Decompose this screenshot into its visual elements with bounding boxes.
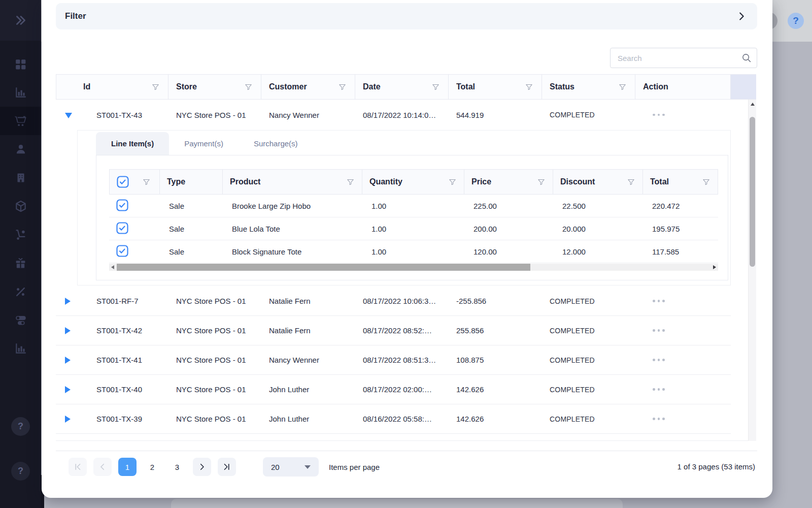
filter-funnel-icon[interactable] [346,178,355,186]
expand-row-toggle[interactable] [65,327,72,334]
table-row[interactable]: ST001-TX-39 NYC Store POS - 01 John Luth… [56,404,731,434]
column-label: Price [471,177,491,186]
row-total: 255.856 [449,326,542,335]
sidebar-help-button-secondary[interactable]: ? [11,462,30,481]
filter-funnel-icon[interactable] [448,178,457,186]
expand-row-toggle[interactable] [65,298,72,304]
first-page-button[interactable] [69,458,87,476]
row-actions-button[interactable] [635,329,731,332]
table-row[interactable]: ST001-TX-41 NYC Store POS - 01 Nancy Wen… [56,345,731,375]
column-label: Total [650,177,669,186]
horizontal-scrollbar[interactable] [109,264,718,271]
row-checkbox[interactable] [116,222,128,234]
sidebar-item-customers[interactable] [0,135,41,164]
filter-funnel-icon[interactable] [702,178,710,186]
row-checkbox[interactable] [116,199,128,211]
filter-title: Filter [65,11,86,21]
filter-funnel-icon[interactable] [618,83,627,91]
column-header-quantity: Quantity [362,169,464,195]
column-header-status: Status [542,74,635,100]
sidebar-item-sales[interactable] [0,107,41,135]
table-row[interactable]: ST001-RF-7 NYC Store POS - 01 Natalie Fe… [56,287,731,316]
search-box [610,48,757,68]
person-icon [14,143,27,156]
row-date: 08/17/2022 10:06:3… [355,297,449,305]
expand-row-toggle[interactable] [65,416,72,422]
sidebar-item-discounts[interactable] [0,277,41,306]
vertical-scrollbar[interactable] [748,100,756,441]
row-date: 08/17/2022 02:00:… [355,385,449,394]
help-button[interactable]: ? [788,13,804,29]
search-icon[interactable] [741,52,752,64]
row-id: ST001-TX-39 [96,415,142,423]
row-actions-button[interactable] [635,359,731,361]
search-input[interactable] [610,48,757,68]
bar-chart-icon [14,342,27,355]
filter-bar[interactable]: Filter [56,3,757,29]
page-button-3[interactable]: 3 [168,458,186,476]
filter-funnel-icon[interactable] [244,83,253,91]
previous-page-button[interactable] [93,458,112,476]
sidebar-item-products[interactable] [0,192,41,220]
scrollbar-thumb[interactable] [117,264,530,271]
sidebar-help-button[interactable]: ? [11,417,30,436]
sidebar-item-settings[interactable] [0,306,41,334]
dimmed-bottom-sheet [171,499,623,508]
column-label: Id [83,82,90,91]
expand-row-toggle[interactable] [65,357,72,363]
tab-surcharges[interactable]: Surcharge(s) [239,132,313,155]
sidebar-item-reports[interactable] [0,334,41,363]
scroll-right-arrow[interactable] [713,265,716,269]
row-store: NYC Store POS - 01 [168,326,261,335]
line-item-price: 200.00 [464,225,553,233]
scroll-left-arrow[interactable] [111,265,114,269]
column-header-type: Type [160,169,223,195]
line-item-discount: 12.000 [553,247,643,256]
column-header-select [109,169,160,195]
row-date: 08/17/2022 10:14:0… [355,111,449,119]
table-row[interactable]: ST001-TX-43 NYC Store POS - 01 Nancy Wen… [56,100,731,130]
filter-funnel-icon[interactable] [338,83,347,91]
filter-funnel-icon[interactable] [537,178,546,186]
row-status: COMPLETED [542,356,635,364]
column-label: Quantity [369,177,402,186]
select-all-checkbox[interactable] [117,176,129,188]
row-checkbox[interactable] [116,245,128,257]
sidebar-collapse-button[interactable] [0,0,41,41]
tab-line-items[interactable]: Line Item(s) [96,132,169,155]
sidebar-nav [0,41,41,363]
sidebar-item-dashboard[interactable] [0,50,41,78]
sidebar-item-organization[interactable] [0,164,41,192]
row-actions-button[interactable] [635,114,731,116]
expand-row-toggle[interactable] [65,386,72,393]
table-row[interactable]: ST001-TX-40 NYC Store POS - 01 John Luth… [56,375,731,404]
scroll-up-arrow[interactable] [751,103,755,106]
row-actions-button[interactable] [635,388,731,391]
filter-funnel-icon[interactable] [151,83,160,91]
last-page-button[interactable] [218,458,236,476]
collapse-row-toggle[interactable] [65,112,72,118]
sidebar-item-gifts[interactable] [0,249,41,277]
sidebar-item-logistics[interactable] [0,220,41,249]
tab-payments[interactable]: Payment(s) [169,132,239,155]
filter-funnel-icon[interactable] [627,178,635,186]
filter-funnel-icon[interactable] [525,83,533,91]
chevron-right-icon[interactable] [736,11,747,22]
filter-funnel-icon[interactable] [142,178,151,186]
building-icon [15,172,27,184]
filter-funnel-icon[interactable] [431,83,440,91]
column-header-product: Product [223,169,362,195]
page-button-2[interactable]: 2 [143,458,161,476]
page-button-1[interactable]: 1 [118,458,137,476]
table-row[interactable]: ST001-TX-42 NYC Store POS - 01 Natalie F… [56,316,731,345]
row-actions-button[interactable] [635,418,731,420]
scrollbar-thumb[interactable] [750,117,755,267]
line-item-product: Block Signature Tote [223,247,362,256]
items-per-page-select[interactable]: 20 [263,457,319,477]
sidebar-item-analytics[interactable] [0,78,41,107]
column-header-action: Action [635,74,731,100]
column-label: Store [176,82,197,91]
column-header-discount: Discount [553,169,643,195]
row-actions-button[interactable] [635,300,731,302]
next-page-button[interactable] [193,458,211,476]
